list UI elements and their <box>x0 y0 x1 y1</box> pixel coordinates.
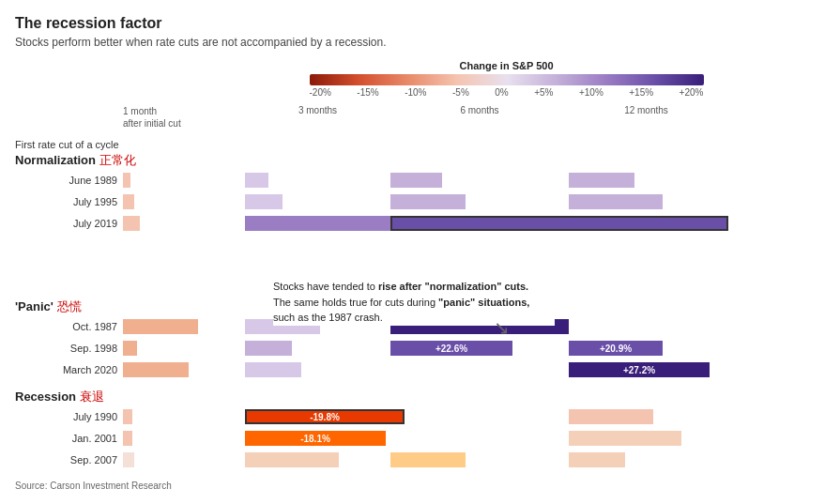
bar-1989-1m <box>123 173 130 188</box>
recession-label: Recession <box>15 389 76 404</box>
legend-bar <box>310 74 704 85</box>
row-july-1990: July 1990 -19.8% <box>15 407 810 426</box>
bar-1995-3m <box>245 194 283 209</box>
bars-july-1990: -19.8% <box>123 408 724 425</box>
bar-1990-1m <box>123 409 132 424</box>
bar-2007-6m <box>390 452 466 467</box>
col-header-3m: 3 months <box>245 105 390 130</box>
row-july-2019: July 2019 <box>15 214 810 233</box>
bar-1989-3m <box>245 173 268 188</box>
bars-july-2019 <box>123 215 724 232</box>
source-label: Source: Carson Investment Research <box>15 481 810 491</box>
normalization-section-header: First rate cut of a cycle <box>15 139 810 150</box>
bar-1989-6m <box>390 173 442 188</box>
bar-2001-12m <box>569 431 681 446</box>
row-july-1995: July 1995 <box>15 192 810 211</box>
val-2001-3m: -18.1% <box>300 434 330 444</box>
bar-2007-12m <box>569 452 625 467</box>
row-sep-1998: Sep. 1998 +22.6% +20.9% <box>15 339 810 358</box>
bar-1995-12m <box>569 194 663 209</box>
bars-sep-1998: +22.6% +20.9% <box>123 340 724 357</box>
legend-labels: -20% -15% -10% -5% 0% +5% +10% +15% +20% <box>310 87 704 98</box>
page-title: The recession factor <box>15 15 810 32</box>
bar-2001-3-6m: -18.1% <box>245 431 386 446</box>
chart-area: 1 monthafter initial cut 3 months 6 mont… <box>15 105 810 469</box>
bar-1998-3m <box>245 341 292 356</box>
row-label-jan-2001: Jan. 2001 <box>15 433 123 444</box>
bars-june-1989 <box>123 172 724 189</box>
subtitle: Stocks perform better when rate cuts are… <box>15 36 810 49</box>
val-2020-12m: +27.2% <box>623 365 655 375</box>
bar-1987-1m <box>123 319 198 334</box>
bar-1995-6m <box>390 194 466 209</box>
bar-1989-12m <box>569 173 634 188</box>
row-june-1989: June 1989 <box>15 171 810 190</box>
row-march-2020: March 2020 +27.2% <box>15 360 810 379</box>
panic-label-cn: 恐慌 <box>57 298 82 315</box>
bar-2020-12m: +27.2% <box>569 362 710 377</box>
annotation-arrow-1: ↘ <box>494 316 510 339</box>
bar-2001-1m <box>123 431 132 446</box>
bars-march-2020: +27.2% <box>123 361 724 378</box>
panic-label: 'Panic' <box>15 299 53 313</box>
bar-2019-6-12m <box>390 216 728 231</box>
row-label-oct-1987: Oct. 1987 <box>15 321 123 332</box>
legend-title: Change in S&P 500 <box>459 60 553 71</box>
annotation-normalization: Stocks have tended to rise after "normal… <box>273 279 555 326</box>
normalization-label-cn: 正常化 <box>99 152 136 169</box>
val-1998-6m: +22.6% <box>435 344 467 354</box>
bar-2019-3-6m <box>245 216 390 231</box>
row-label-july-2019: July 2019 <box>15 218 123 229</box>
bar-2020-1m <box>123 362 189 377</box>
col-header-6m: 6 months <box>390 105 569 130</box>
row-sep-2007: Sep. 2007 <box>15 451 810 469</box>
col-header-12m: 12 months <box>569 105 724 130</box>
row-label-july-1995: July 1995 <box>15 196 123 207</box>
bars-jan-2001: -18.1% <box>123 430 724 447</box>
legend: Change in S&P 500 -20% -15% -10% -5% 0% … <box>203 60 810 98</box>
col-headers: 1 monthafter initial cut 3 months 6 mont… <box>15 105 810 130</box>
bar-1998-1m <box>123 341 137 356</box>
row-label-sep-1998: Sep. 1998 <box>15 343 123 354</box>
normalization-label-row: Normalization 正常化 <box>15 152 810 169</box>
row-label-march-2020: March 2020 <box>15 364 123 375</box>
bar-2007-3m <box>245 452 339 467</box>
bars-sep-2007 <box>123 451 724 468</box>
recession-label-cn: 衰退 <box>80 389 104 405</box>
row-label-sep-2007: Sep. 2007 <box>15 454 123 466</box>
col-header-1m: 1 monthafter initial cut <box>123 105 245 130</box>
val-1990-3m: -19.8% <box>310 412 340 422</box>
recession-label-row: Recession 衰退 <box>15 389 810 405</box>
bar-1995-1m <box>123 194 134 209</box>
val-1998-12m: +20.9% <box>600 344 632 354</box>
bar-2020-3m <box>245 362 301 377</box>
bar-1990-3-6m: -19.8% <box>245 409 405 424</box>
row-label-july-1990: July 1990 <box>15 411 123 422</box>
normalization-label: Normalization <box>15 153 96 167</box>
bar-1998-6m: +22.6% <box>390 341 512 356</box>
bar-1990-12m <box>569 409 653 424</box>
row-jan-2001: Jan. 2001 -18.1% <box>15 429 810 448</box>
bar-2019-1m <box>123 216 140 231</box>
row-label-june-1989: June 1989 <box>15 175 123 186</box>
bar-1998-12m: +20.9% <box>569 341 663 356</box>
bars-july-1995 <box>123 193 724 210</box>
bar-2007-1m <box>123 452 134 467</box>
